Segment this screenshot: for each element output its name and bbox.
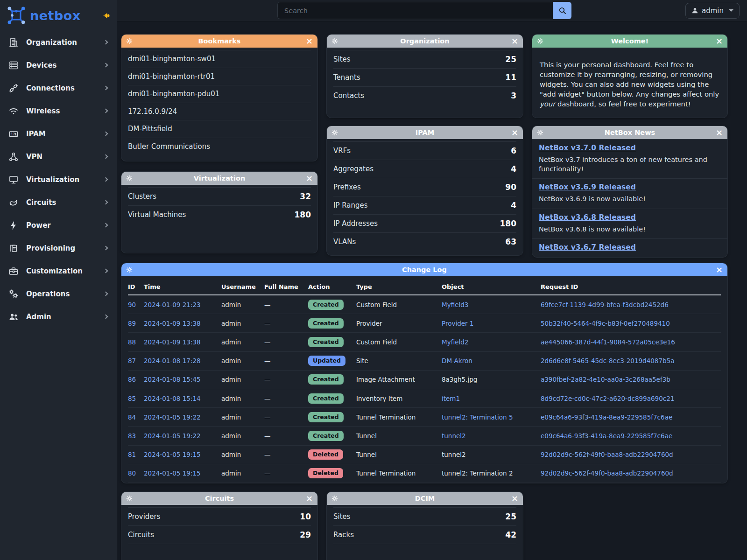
sidebar-item-provisioning[interactable]: Provisioning	[0, 237, 117, 259]
change-object[interactable]: 8a3gh5.jpg	[442, 376, 477, 383]
change-time-link[interactable]: 2024-01-09 21:23	[144, 301, 201, 308]
search-button[interactable]	[553, 2, 571, 19]
close-icon[interactable]: ×	[511, 37, 518, 45]
column-header[interactable]: Full Name	[264, 279, 308, 295]
request-id-link[interactable]: 69fce7cf-1139-4d99-bfea-f3dcbd2452d6	[541, 301, 669, 308]
sidebar-item-admin[interactable]: Admin	[0, 305, 117, 328]
gear-icon[interactable]	[331, 495, 338, 502]
change-id-link[interactable]: 88	[128, 338, 136, 346]
gear-icon[interactable]	[331, 129, 338, 136]
gear-icon[interactable]	[126, 175, 133, 182]
sidebar-item-customization[interactable]: Customization	[0, 259, 117, 282]
change-time-link[interactable]: 2024-01-05 19:15	[144, 469, 201, 477]
stat-label[interactable]: Clusters	[128, 192, 156, 201]
sidebar-item-circuits[interactable]: Circuits	[0, 191, 117, 214]
change-id-link[interactable]: 87	[128, 357, 136, 364]
news-link[interactable]: NetBox v3.7.0 Released	[539, 144, 636, 152]
change-object[interactable]: item1	[442, 395, 460, 402]
change-time-link[interactable]: 2024-01-05 19:22	[144, 432, 201, 440]
change-time-link[interactable]: 2024-01-09 13:38	[144, 320, 201, 327]
change-object[interactable]: DM-Akron	[442, 357, 472, 364]
stat-label[interactable]: Contacts	[333, 91, 364, 100]
search-input[interactable]	[277, 2, 553, 19]
bookmark-item[interactable]: DM-Pittsfield	[128, 120, 311, 138]
close-icon[interactable]: ×	[511, 494, 518, 503]
change-id-link[interactable]: 86	[128, 376, 136, 383]
change-id-link[interactable]: 84	[128, 413, 136, 421]
bookmark-item[interactable]: Butler Communications	[128, 138, 311, 155]
change-time-link[interactable]: 2024-01-08 15:45	[144, 376, 201, 383]
brand-wordmark[interactable]: netbox	[30, 8, 81, 23]
column-header[interactable]: Type	[356, 279, 442, 295]
stat-label[interactable]: VRFs	[333, 147, 351, 155]
change-id-link[interactable]: 89	[128, 320, 136, 327]
change-id-link[interactable]: 81	[128, 451, 136, 458]
sidebar-item-operations[interactable]: Operations	[0, 282, 117, 305]
close-icon[interactable]: ×	[716, 128, 723, 137]
column-header[interactable]: Username	[221, 279, 264, 295]
sidebar-item-devices[interactable]: Devices	[0, 54, 117, 77]
column-header[interactable]: Action	[308, 279, 356, 295]
gear-icon[interactable]	[331, 38, 338, 44]
sidebar-item-virtualization[interactable]: Virtualization	[0, 168, 117, 191]
change-time-link[interactable]: 2024-01-05 19:15	[144, 451, 201, 458]
stat-label[interactable]: VLANs	[333, 238, 356, 246]
column-header[interactable]: Time	[144, 279, 221, 295]
close-icon[interactable]: ×	[306, 174, 313, 182]
gear-icon[interactable]	[537, 38, 543, 44]
change-object[interactable]: tunnel2	[442, 432, 466, 440]
request-id-link[interactable]: 92d02d9c-562f-49f0-baa8-adb22904760d	[541, 469, 673, 477]
request-id-link[interactable]: 92d02d9c-562f-49f0-baa8-adb22904760d	[541, 451, 673, 458]
stat-label[interactable]: IP Ranges	[333, 201, 368, 210]
sidebar-item-vpn[interactable]: VPN	[0, 145, 117, 168]
sidebar-item-organization[interactable]: Organization	[0, 31, 117, 54]
change-time-link[interactable]: 2024-01-08 15:14	[144, 395, 201, 402]
change-time-link[interactable]: 2024-01-09 13:38	[144, 338, 201, 346]
sidebar-item-ipam[interactable]: 12 IPAM	[0, 122, 117, 145]
sidebar-item-wireless[interactable]: Wireless	[0, 99, 117, 122]
gear-icon[interactable]	[126, 495, 133, 502]
stat-label[interactable]: Providers	[128, 512, 161, 521]
request-id-link[interactable]: 50b32f40-5464-4f9c-b83f-0ef270489410	[541, 320, 670, 327]
close-icon[interactable]: ×	[306, 494, 313, 503]
bookmark-item[interactable]: dmi01-binghamton-rtr01	[128, 68, 311, 85]
user-menu-button[interactable]: admin	[685, 3, 740, 19]
change-time-link[interactable]: 2024-01-05 19:22	[144, 413, 201, 421]
change-id-link[interactable]: 83	[128, 432, 136, 440]
column-header[interactable]: Object	[442, 279, 541, 295]
request-id-link[interactable]: e09c64a6-93f3-419a-8ea9-229585f7c6ae	[541, 432, 672, 440]
close-icon[interactable]: ×	[511, 128, 518, 137]
request-id-link[interactable]: 2d6d6e8f-5465-45dc-8ec3-2019d4087b5a	[541, 357, 674, 364]
news-link[interactable]: NetBox v3.6.9 Released	[539, 183, 636, 191]
close-icon[interactable]: ×	[306, 37, 313, 45]
close-icon[interactable]: ×	[716, 266, 723, 274]
change-id-link[interactable]: 80	[128, 469, 136, 477]
stat-label[interactable]: Racks	[333, 531, 354, 539]
change-object[interactable]: Myfield2	[442, 338, 468, 346]
change-object[interactable]: Myfield3	[442, 301, 468, 308]
request-id-link[interactable]: a390fbef-2a82-4e10-aa0a-3c268aa5ef3b	[541, 376, 670, 383]
stat-label[interactable]: Sites	[333, 512, 351, 521]
close-icon[interactable]: ×	[716, 37, 723, 45]
change-id-link[interactable]: 90	[128, 301, 136, 308]
sidebar-item-power[interactable]: Power	[0, 214, 117, 237]
bookmark-item[interactable]: dmi01-binghamton-pdu01	[128, 85, 311, 103]
news-link[interactable]: NetBox v3.6.7 Released	[539, 243, 636, 252]
sidebar-item-connections[interactable]: Connections	[0, 77, 117, 99]
stat-label[interactable]: Circuits	[128, 531, 154, 539]
news-link[interactable]: NetBox v3.6.8 Released	[539, 213, 636, 222]
request-id-link[interactable]: ae445066-387d-44f1-9084-572a05ce3e16	[541, 338, 675, 346]
change-object[interactable]: tunnel2	[442, 451, 466, 458]
stat-label[interactable]: Aggregates	[333, 165, 374, 173]
bookmark-item[interactable]: 172.16.0.9/24	[128, 103, 311, 120]
change-id-link[interactable]: 85	[128, 395, 136, 402]
stat-label[interactable]: Prefixes	[333, 183, 361, 191]
stat-label[interactable]: Tenants	[333, 73, 360, 82]
gear-icon[interactable]	[126, 266, 133, 273]
column-header[interactable]: Request ID	[541, 279, 721, 295]
stat-label[interactable]: IP Addresses	[333, 219, 378, 228]
request-id-link[interactable]: 8d9cd72e-cd0c-47c2-a620-dc899a690c21	[541, 395, 674, 402]
gear-icon[interactable]	[126, 38, 133, 44]
column-header[interactable]: ID	[128, 279, 144, 295]
bookmark-item[interactable]: dmi01-binghamton-sw01	[128, 50, 311, 68]
